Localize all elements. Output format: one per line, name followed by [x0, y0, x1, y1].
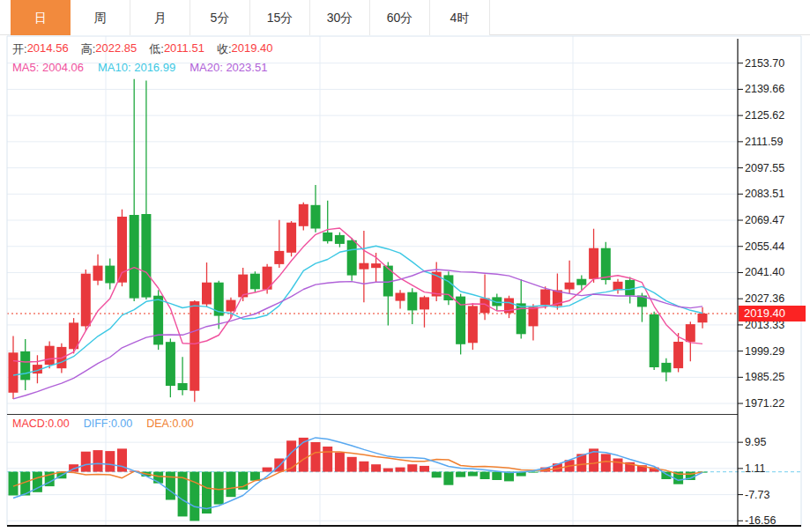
kline-chart-widget: 日周月5分15分30分60分4时 开: 2014.56 高: 2022.85 低…: [0, 0, 810, 532]
price-axis-label: 2083.51: [745, 187, 784, 201]
close-value: 2019.40: [232, 41, 273, 57]
tab-week[interactable]: 周: [71, 0, 130, 35]
price-axis-label: 1985.25: [745, 370, 784, 384]
macd-info-row: MACD:0.00 DIFF:0.00 DEA:0.00: [12, 417, 208, 430]
price-axis-label: 2041.40: [745, 265, 784, 279]
high-label: 高:: [81, 41, 96, 57]
price-axis-label: 2027.36: [745, 292, 784, 306]
low-label: 低:: [149, 41, 164, 57]
price-axis-label: 1971.22: [745, 396, 784, 410]
macd-axis-label: -7.73: [745, 488, 770, 502]
period-tabbar: 日周月5分15分30分60分4时: [0, 0, 810, 35]
tab-month[interactable]: 月: [130, 0, 190, 35]
price-axis-label: 2153.70: [745, 56, 784, 70]
price-axis-label: 2055.44: [745, 240, 784, 254]
ohlc-info-row: 开: 2014.56 高: 2022.85 低: 2011.51 收: 2019…: [12, 41, 286, 57]
macd-axis-label: 1.11: [745, 462, 765, 476]
price-axis-label: 2139.66: [745, 82, 784, 96]
tab-5min[interactable]: 5分: [190, 0, 250, 35]
open-label: 开:: [12, 41, 27, 57]
high-value: 2022.85: [95, 41, 137, 57]
tab-60min[interactable]: 60分: [370, 0, 430, 35]
ma10-value: MA10: 2016.99: [98, 61, 175, 74]
last-price-tag: 2019.40: [739, 306, 806, 321]
ma-info-row: MA5: 2004.06 MA10: 2016.99 MA20: 2023.51: [12, 61, 281, 74]
open-value: 2014.56: [27, 41, 69, 57]
price-axis-label: 2069.47: [745, 213, 784, 227]
low-value: 2011.51: [164, 41, 204, 57]
macd-axis-label: 9.95: [745, 435, 766, 449]
dea-value: DEA:0.00: [146, 417, 194, 430]
price-axis-label: 1999.29: [745, 344, 784, 358]
ma5-value: MA5: 2004.06: [12, 61, 84, 74]
tab-4hour[interactable]: 4时: [430, 0, 490, 35]
tab-30min[interactable]: 30分: [310, 0, 370, 35]
macd-axis-label: -16.56: [745, 514, 776, 528]
price-axis-label: 2097.55: [745, 161, 784, 175]
tab-15min[interactable]: 15分: [250, 0, 310, 35]
tab-day[interactable]: 日: [11, 0, 71, 35]
macd-value: MACD:0.00: [12, 417, 70, 430]
price-axis-label: 2125.62: [745, 108, 784, 122]
ma20-value: MA20: 2023.51: [189, 61, 267, 74]
diff-value: DIFF:0.00: [84, 417, 133, 430]
price-axis-label: 2111.59: [745, 135, 783, 149]
chart-canvas[interactable]: [0, 0, 810, 532]
close-label: 收:: [217, 41, 232, 57]
